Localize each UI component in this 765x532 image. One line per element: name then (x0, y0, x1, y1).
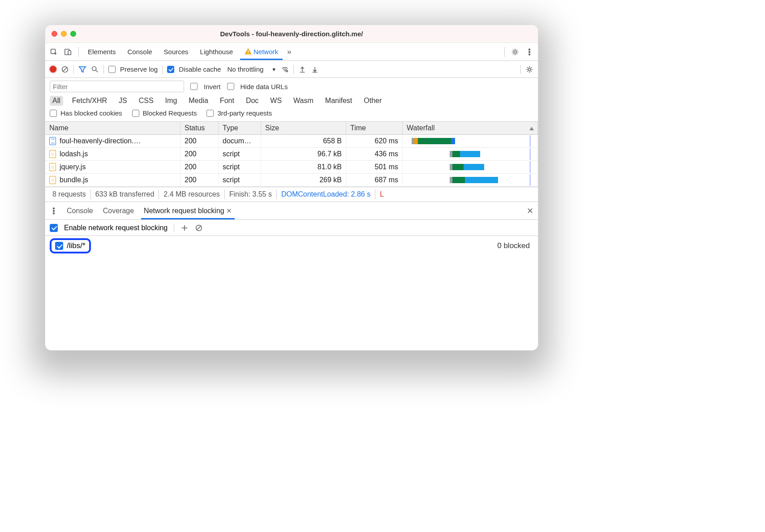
device-toolbar-icon[interactable] (64, 48, 72, 56)
filter-type-css[interactable]: CSS (136, 96, 156, 106)
has-blocked-cookies-label: Has blocked cookies (60, 109, 122, 117)
col-name[interactable]: Name (45, 122, 181, 135)
traffic-lights (52, 31, 76, 37)
throttling-value: No throttling (227, 65, 263, 73)
cell-size: 658 B (261, 135, 346, 148)
filter-type-font[interactable]: Font (217, 96, 237, 106)
has-blocked-cookies-checkbox[interactable] (50, 110, 57, 117)
blocked-requests-checkbox[interactable] (132, 110, 139, 117)
filter-type-js[interactable]: JS (116, 96, 130, 106)
svg-point-15 (53, 208, 55, 209)
col-status[interactable]: Status (181, 122, 219, 135)
cell-waterfall (403, 174, 538, 187)
search-icon[interactable] (91, 65, 99, 73)
cell-time: 436 ms (346, 148, 403, 161)
document-file-icon (49, 137, 56, 145)
add-pattern-icon[interactable] (181, 224, 189, 232)
svg-rect-2 (68, 51, 71, 55)
svg-point-14 (528, 68, 530, 70)
table-row-name[interactable]: lodash.js (45, 148, 181, 161)
cell-time: 501 ms (346, 161, 403, 174)
minimize-window-button[interactable] (61, 31, 67, 37)
svg-point-16 (53, 210, 55, 211)
svg-rect-4 (248, 53, 249, 54)
remove-all-patterns-icon[interactable] (195, 224, 203, 232)
close-tab-icon[interactable]: ✕ (226, 207, 232, 215)
enable-blocking-checkbox[interactable] (50, 224, 58, 232)
network-conditions-icon[interactable] (281, 65, 289, 73)
network-status-bar: 8 requests 633 kB transferred 2.4 MB res… (45, 187, 538, 202)
preserve-log-label: Preserve log (120, 65, 158, 73)
table-row-name[interactable]: bundle.js (45, 174, 181, 187)
pattern-text[interactable]: /libs/* (67, 241, 86, 250)
waterfall-bar (407, 164, 533, 170)
status-transferred: 633 kB transferred (91, 189, 159, 199)
svg-line-10 (63, 67, 67, 71)
table-row-name[interactable]: jquery.js (45, 161, 181, 174)
filter-type-doc[interactable]: Doc (243, 96, 261, 106)
tab-elements[interactable]: Elements (85, 48, 119, 56)
drawer-tab-console[interactable]: Console (66, 207, 94, 215)
waterfall-bar (407, 151, 533, 157)
preserve-log-checkbox[interactable] (108, 66, 116, 73)
settings-gear-icon[interactable] (511, 48, 519, 56)
third-party-checkbox[interactable] (206, 110, 214, 117)
clear-icon[interactable] (61, 65, 69, 73)
filter-type-fetchxhr[interactable]: Fetch/XHR (69, 96, 110, 106)
drawer-tab-coverage[interactable]: Coverage (102, 207, 135, 215)
cell-type: script (219, 161, 261, 174)
svg-point-13 (286, 70, 288, 72)
throttling-select[interactable]: No throttling▼ (227, 65, 276, 73)
kebab-menu-icon[interactable] (525, 48, 533, 56)
filter-type-wasm[interactable]: Wasm (291, 96, 316, 106)
filter-type-all[interactable]: All (50, 96, 63, 106)
status-resources: 2.4 MB resources (159, 189, 224, 199)
filter-type-ws[interactable]: WS (267, 96, 284, 106)
export-har-icon[interactable] (311, 65, 319, 73)
col-size[interactable]: Size (261, 122, 346, 135)
waterfall-bar (407, 177, 533, 183)
disable-cache-checkbox[interactable] (167, 66, 174, 73)
filter-area: Invert Hide data URLs AllFetch/XHRJSCSSI… (45, 78, 538, 122)
filter-type-img[interactable]: Img (163, 96, 180, 106)
drawer-tab-blocking[interactable]: Network request blocking✕ (143, 207, 233, 215)
svg-point-11 (92, 66, 96, 70)
record-button[interactable] (50, 66, 56, 73)
highlighted-pattern: /libs/* (50, 238, 91, 253)
filter-type-media[interactable]: Media (186, 96, 211, 106)
invert-label: Invert (204, 83, 221, 90)
status-load: L (375, 189, 384, 199)
tab-lighthouse[interactable]: Lighthouse (198, 48, 236, 56)
pattern-enabled-checkbox[interactable] (55, 242, 63, 250)
main-toolbar: Elements Console Sources Lighthouse Netw… (45, 43, 538, 61)
tab-sources[interactable]: Sources (161, 48, 191, 56)
blocked-requests-label: Blocked Requests (143, 109, 197, 117)
col-time[interactable]: Time (346, 122, 403, 135)
import-har-icon[interactable] (298, 65, 306, 73)
filter-type-manifest[interactable]: Manifest (322, 96, 355, 106)
inspect-element-icon[interactable] (50, 48, 58, 56)
cell-type: script (219, 148, 261, 161)
more-tabs-chevron-icon[interactable]: » (287, 47, 291, 56)
script-file-icon (49, 163, 56, 171)
file-name: foul-heavenly-direction.… (60, 137, 141, 145)
col-type[interactable]: Type (219, 122, 261, 135)
tab-network[interactable]: Network (242, 48, 281, 56)
cell-type: docum… (219, 135, 261, 148)
file-name: bundle.js (60, 176, 88, 184)
cell-waterfall (403, 148, 538, 161)
tab-console[interactable]: Console (125, 48, 155, 56)
filter-funnel-icon[interactable] (78, 65, 86, 73)
disable-cache-label: Disable cache (179, 65, 221, 73)
maximize-window-button[interactable] (70, 31, 76, 37)
table-row-name[interactable]: foul-heavenly-direction.… (45, 135, 181, 148)
col-waterfall[interactable]: Waterfall (403, 122, 538, 135)
close-drawer-icon[interactable]: ✕ (527, 206, 533, 216)
close-window-button[interactable] (52, 31, 57, 37)
drawer-kebab-icon[interactable] (50, 207, 58, 215)
hide-data-urls-checkbox[interactable] (227, 83, 234, 90)
network-settings-gear-icon[interactable] (525, 65, 533, 73)
filter-input[interactable] (50, 81, 184, 92)
invert-checkbox[interactable] (190, 83, 198, 90)
filter-type-other[interactable]: Other (361, 96, 384, 106)
